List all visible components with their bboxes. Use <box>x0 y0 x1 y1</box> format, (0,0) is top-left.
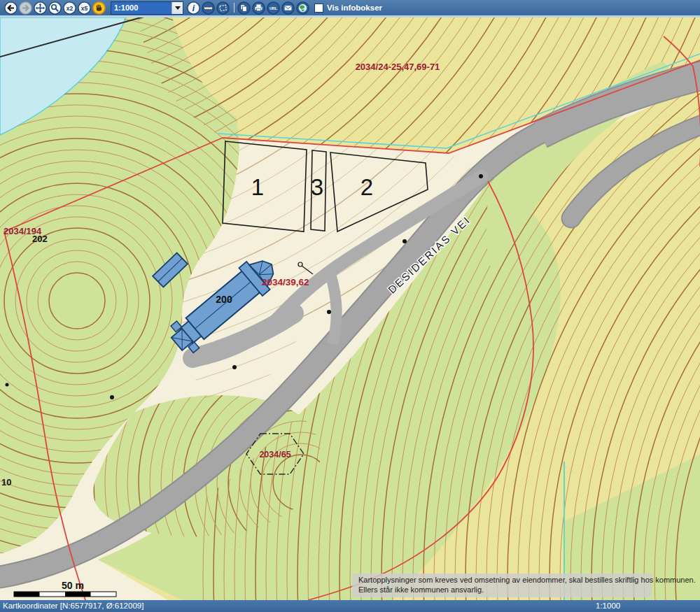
url-link-button[interactable]: URL <box>267 1 280 15</box>
label-plot-2: 2 <box>360 174 373 200</box>
copy-button[interactable] <box>237 1 251 15</box>
disclaimer-line2: Ellers står ikke kommunen ansvarlig. <box>358 585 484 594</box>
map-canvas[interactable]: 50 m Kartopplysninger som kreves ved oms… <box>0 17 700 600</box>
disclaimer-line1: Kartopplysninger som kreves ved omsetnin… <box>358 576 696 584</box>
status-coordinates: Kartkoordinater [N:6577917, Ø:612009] <box>3 602 144 610</box>
svg-text:x2: x2 <box>66 4 74 11</box>
svg-text:x5: x5 <box>81 4 88 11</box>
hand-pan-button[interactable] <box>92 1 106 15</box>
label-building-200: 200 <box>216 294 232 305</box>
infobox-toggle[interactable]: Vis infobokser <box>314 3 382 13</box>
status-bar: Kartkoordinater [N:6577917, Ø:612009] 1:… <box>0 600 700 612</box>
map-viewport[interactable]: 50 m Kartopplysninger som kreves ved oms… <box>0 17 700 600</box>
scale-bar-label: 50 m <box>62 580 84 591</box>
label-parcel-39-62: 2034/39,62 <box>262 277 309 287</box>
infobox-checkbox-label: Vis infobokser <box>327 3 382 12</box>
label-plot-3: 3 <box>311 174 323 200</box>
zoom-2x-button[interactable]: x2 <box>63 1 76 15</box>
toolbar: x2 x5 1:1000 i URL Vis infobokser <box>0 0 700 15</box>
email-button[interactable] <box>281 1 295 15</box>
label-contour-10: 10 <box>1 477 11 488</box>
label-parcel-group: 2034/24-25,47,69-71 <box>356 62 440 72</box>
info-button[interactable]: i <box>187 1 200 15</box>
svg-text:URL: URL <box>270 6 278 10</box>
label-parcel-65: 2034/65 <box>259 450 290 460</box>
zoom-button[interactable] <box>48 1 62 15</box>
toolbar-separator <box>234 3 234 13</box>
web-globe-button[interactable] <box>296 1 309 15</box>
label-plot-1: 1 <box>251 174 264 200</box>
scale-select-value: 1:1000 <box>111 2 172 14</box>
measure-distance-button[interactable] <box>202 1 215 15</box>
disclaimer-box: Kartopplysninger som kreves ved omsetnin… <box>352 574 696 597</box>
measure-area-button[interactable] <box>216 1 230 15</box>
status-scale: 1:1000 <box>596 600 620 612</box>
forward-button-disabled <box>19 1 32 15</box>
print-button[interactable] <box>252 1 265 15</box>
pan-button[interactable] <box>34 1 47 15</box>
label-house-202: 202 <box>32 234 48 244</box>
map-application-window: x2 x5 1:1000 i URL Vis infobokser <box>0 0 700 612</box>
back-button[interactable] <box>4 1 18 15</box>
combo-dropdown-arrow-icon[interactable] <box>172 2 183 14</box>
scale-select[interactable]: 1:1000 <box>111 1 183 15</box>
zoom-5x-button[interactable]: x5 <box>78 1 91 15</box>
infobox-checkbox[interactable] <box>314 3 323 13</box>
